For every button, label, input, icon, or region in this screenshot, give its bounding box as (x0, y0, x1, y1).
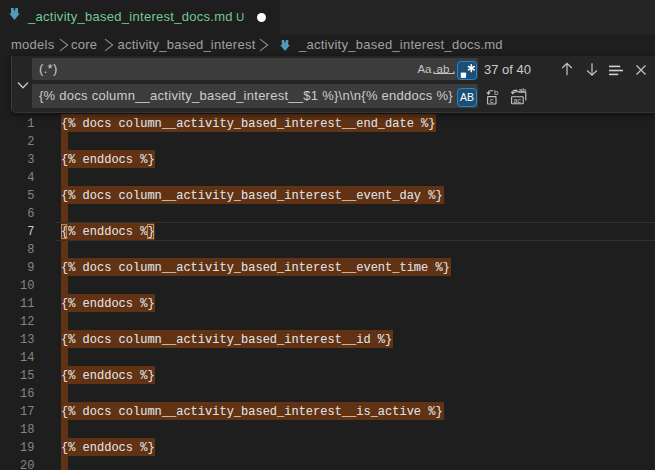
svg-text:ab: ab (518, 87, 526, 94)
svg-text:c: c (490, 96, 494, 105)
svg-text:b: b (494, 88, 498, 97)
svg-text:ac: ac (514, 97, 522, 104)
